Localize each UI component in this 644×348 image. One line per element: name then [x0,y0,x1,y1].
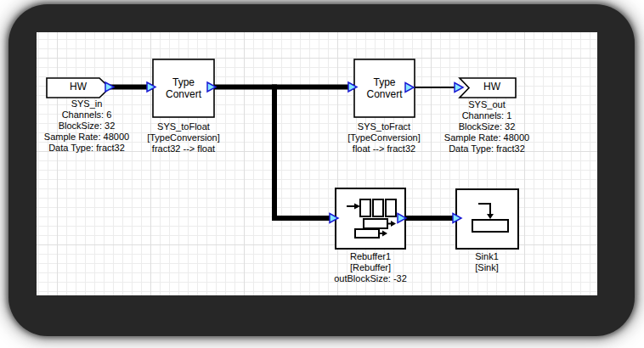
type-convert-tofloat-title: Type Convert [153,59,214,117]
block-prop: Sample Rate: 48000 [423,132,551,143]
block-detail: fract32 --> float [120,143,247,154]
sysout-caption: SYS_out Channels: 1 BlockSize: 32 Sample… [423,99,551,154]
block-name: SYS_in [23,98,150,109]
block-prop: BlockSize: 32 [423,121,551,132]
rebuffer-caption: Rebuffer1 [Rebuffer] outBlockSize: -32 [307,251,434,284]
hw-output-title: HW [461,81,523,93]
block-prop: Channels: 6 [23,109,150,121]
block-name: Rebuffer1 [307,251,434,262]
block-prop: Channels: 1 [423,110,551,121]
tofloat-caption: SYS_toFloat [TypeConversion] fract32 -->… [120,121,247,154]
block-name: Sink1 [423,251,551,262]
screenshot-page: HW Type Convert Type Convert HW SYS_in C… [0,0,644,348]
sink-caption: Sink1 [Sink] [423,251,551,273]
block-type: [Rebuffer] [307,262,434,273]
block-name: SYS_out [423,99,551,110]
hw-input-title: HW [48,81,108,93]
block-name: SYS_toFloat [120,121,247,132]
block-type: [Sink] [423,262,551,273]
design-canvas[interactable]: HW Type Convert Type Convert HW SYS_in C… [37,32,597,295]
block-prop: Data Type: fract32 [423,143,551,154]
block-detail: outBlockSize: -32 [307,273,434,284]
block-type: [TypeConversion] [120,132,247,143]
type-convert-tofract-title: Type Convert [354,59,415,117]
window-frame: HW Type Convert Type Convert HW SYS_in C… [8,4,635,336]
